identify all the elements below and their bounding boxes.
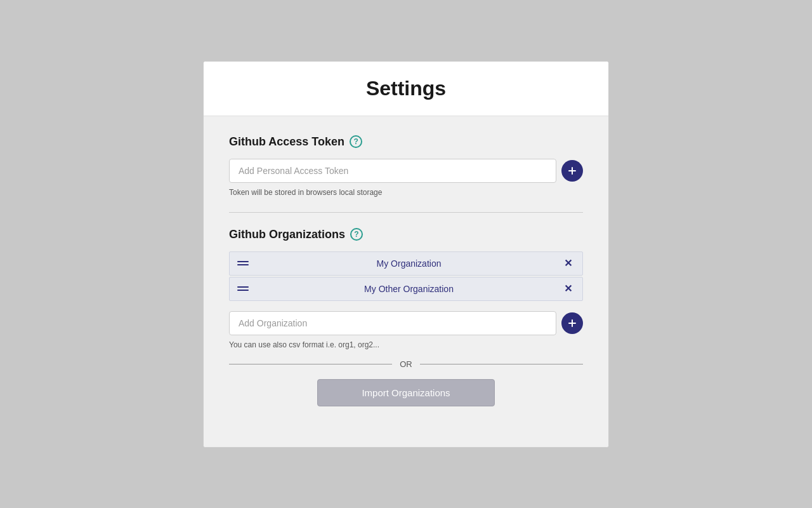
plus-icon	[567, 318, 577, 328]
import-organizations-button[interactable]: Import Organizations	[317, 379, 495, 406]
add-org-input[interactable]	[229, 311, 556, 335]
org-list-item: My Other Organization ✕	[229, 277, 583, 301]
settings-body: Github Access Token ? Token will be stor…	[204, 116, 608, 447]
svg-rect-1	[568, 170, 576, 171]
org-list-item: My Organization ✕	[229, 251, 583, 276]
remove-org-button[interactable]: ✕	[561, 258, 575, 269]
page-title: Settings	[219, 77, 593, 100]
organizations-list: My Organization ✕ My Other Organization …	[229, 251, 583, 301]
access-token-heading: Github Access Token ?	[229, 135, 583, 149]
or-text: OR	[400, 359, 412, 369]
drag-handle-line	[237, 264, 249, 265]
or-divider: OR	[229, 359, 583, 369]
add-org-button[interactable]	[561, 312, 583, 334]
access-token-input[interactable]	[229, 159, 556, 183]
or-line-right	[420, 364, 583, 364]
add-org-input-row	[229, 311, 583, 335]
org-name: My Other Organization	[256, 284, 561, 294]
organizations-label: Github Organizations	[229, 228, 345, 241]
plus-icon	[567, 166, 577, 176]
token-hint-text: Token will be stored in browsers local s…	[229, 188, 583, 197]
or-line-left	[229, 364, 392, 364]
organizations-section: Github Organizations ? My Organization ✕…	[229, 228, 583, 406]
drag-handle[interactable]	[237, 261, 249, 265]
organizations-heading: Github Organizations ?	[229, 228, 583, 241]
drag-handle-line	[237, 286, 249, 288]
drag-handle[interactable]	[237, 286, 249, 291]
access-token-help-icon[interactable]: ?	[350, 135, 362, 148]
drag-handle-line	[237, 261, 249, 262]
access-token-input-row	[229, 159, 583, 183]
access-token-section: Github Access Token ? Token will be stor…	[229, 135, 583, 197]
svg-rect-3	[568, 323, 576, 324]
organizations-help-icon[interactable]: ?	[350, 228, 363, 241]
settings-panel: Settings Github Access Token ? Token wil…	[203, 61, 609, 448]
settings-header: Settings	[204, 62, 608, 116]
org-name: My Organization	[256, 258, 561, 269]
access-token-label: Github Access Token	[229, 135, 344, 149]
add-token-button[interactable]	[561, 160, 583, 182]
drag-handle-line	[237, 290, 249, 291]
csv-hint-text: You can use also csv format i.e. org1, o…	[229, 340, 583, 349]
remove-org-button[interactable]: ✕	[561, 284, 575, 294]
section-divider	[229, 212, 583, 213]
